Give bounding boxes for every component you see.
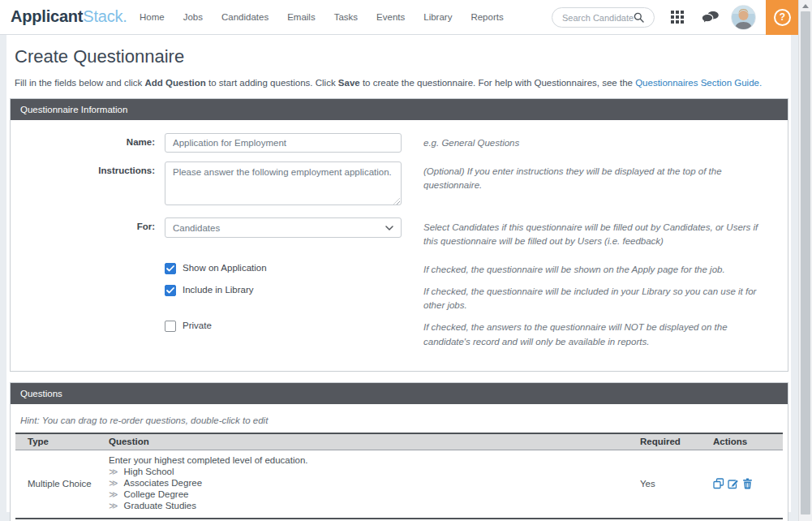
question-actions-cell xyxy=(713,478,783,489)
chevron-down-icon xyxy=(385,226,393,230)
nav-item-events[interactable]: Events xyxy=(376,12,405,22)
questions-table-header: Type Question Required Actions xyxy=(15,433,783,450)
vertical-scrollbar[interactable] xyxy=(798,0,812,521)
nav-item-library[interactable]: Library xyxy=(423,12,452,22)
logo-text-stack: Stack. xyxy=(83,7,127,25)
header-question: Question xyxy=(109,437,640,446)
nav-item-jobs[interactable]: Jobs xyxy=(183,12,203,22)
instructions-textarea[interactable]: Please answer the following employment a… xyxy=(165,161,402,205)
check-row-show-on-application: Show on Application If checked, the ques… xyxy=(11,262,788,277)
question-option: ≫ High School xyxy=(109,467,640,478)
question-type-cell: Multiple Choice xyxy=(15,479,109,489)
header-required: Required xyxy=(640,437,713,446)
show-on-application-label: Show on Application xyxy=(183,262,267,273)
question-option: ≫ College Degree xyxy=(109,489,640,501)
delete-question-icon[interactable] xyxy=(742,478,753,489)
for-help-text: Select Candidates if this questionnaire … xyxy=(423,217,763,249)
check-row-include-in-library: Include in Library If checked, the quest… xyxy=(11,284,788,313)
intro-bold-add-question: Add Question xyxy=(144,78,205,88)
name-help-text: e.g. General Questions xyxy=(423,133,763,153)
option-text: High School xyxy=(124,467,174,478)
option-marker-icon: ≫ xyxy=(109,467,118,478)
include-in-library-help: If checked, the questionnaire will be in… xyxy=(423,284,763,313)
intro-text: Fill in the fields below and click Add Q… xyxy=(15,78,783,88)
page-title: Create Questionnaire xyxy=(15,46,791,67)
for-select-value: Candidates xyxy=(173,223,220,233)
header-type: Type xyxy=(15,437,109,446)
search-icon[interactable] xyxy=(634,12,644,23)
intro-mid2: to create the questionnaire. For help wi… xyxy=(360,78,635,88)
form-row-instructions: Instructions: Please answer the followin… xyxy=(11,161,788,209)
intro-mid1: to start adding questions. Click xyxy=(206,78,338,88)
question-text-cell: Enter your highest completed level of ed… xyxy=(109,455,640,512)
reorder-hint-text: Hint: You can drag to re-order questions… xyxy=(20,416,788,425)
name-input[interactable] xyxy=(165,133,402,153)
intro-bold-save: Save xyxy=(338,78,360,88)
question-mark-icon: ? xyxy=(774,9,791,26)
for-label: For: xyxy=(11,217,155,249)
questionnaire-information-panel: Questionnaire Information Name: e.g. Gen… xyxy=(10,98,788,372)
copy-question-icon[interactable] xyxy=(713,478,724,489)
intro-pre: Fill in the fields below and click xyxy=(15,78,144,88)
question-table-row[interactable]: Multiple Choice Enter your highest compl… xyxy=(15,450,783,519)
logo-text-applicant: Applicant xyxy=(11,7,83,25)
messages-chat-icon[interactable] xyxy=(701,11,720,28)
instructions-help-text: (Optional) If you enter instructions the… xyxy=(423,161,763,209)
user-avatar[interactable] xyxy=(731,5,756,30)
edit-question-icon[interactable] xyxy=(728,478,739,489)
option-text: College Degree xyxy=(124,489,189,501)
question-option: ≫ Associates Degree xyxy=(109,478,640,489)
questionnaire-information-panel-header: Questionnaire Information xyxy=(11,99,788,120)
include-in-library-label: Include in Library xyxy=(183,284,254,295)
nav-item-emails[interactable]: Emails xyxy=(287,12,316,22)
questionnaire-information-body: Name: e.g. General Questions Instruction… xyxy=(11,120,788,371)
option-marker-icon: ≫ xyxy=(109,501,118,512)
show-on-application-help: If checked, the questionnaire will be sh… xyxy=(423,262,763,277)
scrollbar-thumb[interactable] xyxy=(801,11,810,515)
scrollbar-up-arrow-icon[interactable] xyxy=(802,4,809,8)
nav-item-tasks[interactable]: Tasks xyxy=(334,12,358,22)
header-actions: Actions xyxy=(713,437,783,446)
apps-grid-icon[interactable] xyxy=(671,11,684,27)
questions-panel: Questions Hint: You can drag to re-order… xyxy=(10,382,788,521)
for-select[interactable]: Candidates xyxy=(165,217,402,238)
search-candidates-box[interactable] xyxy=(552,7,655,28)
top-navigation-bar: ApplicantStack. Home Jobs Candidates Ema… xyxy=(0,0,812,35)
applicantstack-logo[interactable]: ApplicantStack. xyxy=(11,7,127,26)
option-text: Associates Degree xyxy=(124,478,203,489)
form-row-for: For: Candidates Select Candidates if thi… xyxy=(11,217,788,249)
private-label: Private xyxy=(183,320,212,330)
form-row-name: Name: e.g. General Questions xyxy=(11,133,788,153)
private-checkbox[interactable] xyxy=(165,321,176,332)
question-required-cell: Yes xyxy=(640,479,713,489)
nav-item-candidates[interactable]: Candidates xyxy=(221,12,269,22)
help-button[interactable]: ? xyxy=(766,0,799,35)
check-row-private: Private If checked, the answers to the q… xyxy=(11,320,788,349)
search-input[interactable] xyxy=(562,13,634,23)
content-area: Create Questionnaire Fill in the fields … xyxy=(6,35,791,512)
questions-panel-header: Questions xyxy=(11,383,788,404)
private-help: If checked, the answers to the questionn… xyxy=(423,320,763,349)
questionnaires-section-guide-link[interactable]: Questionnaires Section Guide. xyxy=(635,78,762,88)
show-on-application-checkbox[interactable] xyxy=(165,263,176,274)
nav-item-home[interactable]: Home xyxy=(140,12,165,22)
main-nav: Home Jobs Candidates Emails Tasks Events… xyxy=(140,12,504,22)
questions-table: Type Question Required Actions Multiple … xyxy=(15,433,783,519)
instructions-label: Instructions: xyxy=(11,161,155,209)
question-option: ≫ Graduate Studies xyxy=(109,501,640,512)
question-text: Enter your highest completed level of ed… xyxy=(109,455,640,467)
questions-body: Hint: You can drag to re-order questions… xyxy=(11,404,788,521)
include-in-library-checkbox[interactable] xyxy=(165,285,176,296)
option-marker-icon: ≫ xyxy=(109,489,118,501)
nav-item-reports[interactable]: Reports xyxy=(470,12,503,22)
name-label: Name: xyxy=(11,133,155,153)
option-marker-icon: ≫ xyxy=(109,478,118,489)
option-text: Graduate Studies xyxy=(124,501,197,512)
